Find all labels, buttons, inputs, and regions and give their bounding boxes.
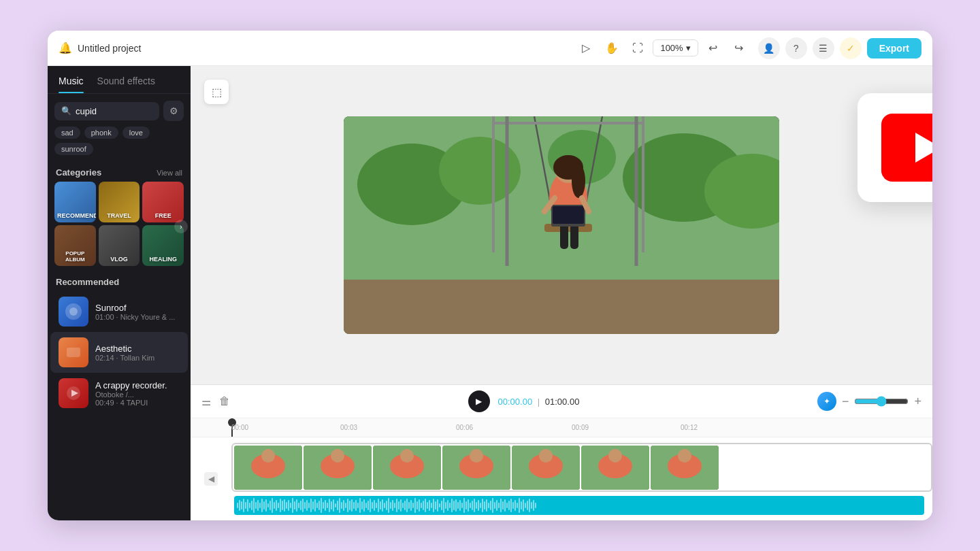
category-vlog[interactable]: VLOG (99, 225, 140, 266)
time-display: 00:00.00 | 01:00.00 (498, 397, 580, 407)
frame-select-button[interactable]: ⬚ (204, 80, 229, 104)
tracks-content (231, 443, 932, 515)
frame-thumb-3 (373, 446, 441, 490)
toolbar-center: ▷ ✋ ⛶ 100% ▾ ↩ ↪ (575, 37, 749, 59)
tag-sad[interactable]: sad (54, 127, 80, 139)
tag-sunroof[interactable]: sunroof (54, 143, 93, 155)
frame-thumb-1 (234, 446, 302, 490)
audio-track-row (231, 496, 932, 515)
categories-next-button[interactable]: › (174, 220, 188, 233)
music-thumb-sunroof (59, 297, 88, 327)
ruler-mark-1: 00:03 (340, 424, 357, 431)
chevron-down-icon: ▾ (686, 43, 691, 53)
cursor-tool-button[interactable]: ▷ (575, 37, 597, 59)
tab-music[interactable]: Music (59, 76, 84, 93)
search-input-wrap: 🔍 (54, 102, 159, 120)
time-separator: | (538, 397, 540, 407)
center-area: ⬚ (191, 66, 932, 520)
music-thumb-crappy (59, 378, 88, 408)
music-submeta-crappy: 00:49 · 4 TAPUI (95, 399, 180, 407)
tab-row: Music Sound effects (48, 66, 191, 94)
music-info-crappy: A crappy recorder. Otoboke /... 00:49 · … (95, 380, 180, 407)
shield-icon[interactable]: ✓ (840, 37, 862, 59)
youtube-play-icon (915, 133, 932, 163)
timeline-ruler: 00:00 00:03 00:06 00:09 00:12 (191, 418, 932, 437)
category-popup-album[interactable]: POPUP ALBUM (54, 225, 96, 266)
export-button[interactable]: Export (867, 38, 921, 59)
recommended-section: Recommended Sunroof 01:00 · Nicky Youre … (48, 271, 191, 520)
svg-rect-25 (553, 206, 584, 224)
filter-button[interactable]: ⚙ (163, 101, 184, 121)
frame-thumb-6 (581, 446, 649, 490)
help-icon[interactable]: ? (785, 37, 807, 59)
body-area: Music Sound effects 🔍 ⚙ sad phonk love s… (48, 66, 932, 520)
current-time: 00:00.00 (498, 397, 533, 407)
category-free[interactable]: FREE (142, 182, 184, 222)
toolbar-right: 👤 ? ☰ ✓ Export (758, 37, 921, 59)
svg-rect-2 (67, 348, 80, 357)
track-collapse-button[interactable]: ◀ (204, 472, 218, 486)
recommended-header: Recommended (48, 271, 191, 291)
main-container: 🔔 Untitled project ▷ ✋ ⛶ 100% ▾ ↩ ↪ 👤 ? … (48, 31, 932, 520)
svg-point-38 (400, 449, 414, 463)
tags-row: sad phonk love sunroof (48, 127, 191, 162)
svg-point-44 (539, 449, 553, 463)
tag-love[interactable]: love (122, 127, 150, 139)
split-icon[interactable]: ⚌ (201, 395, 211, 408)
youtube-overlay (858, 93, 932, 202)
ruler-mark-3: 00:09 (572, 424, 589, 431)
svg-point-47 (608, 449, 622, 463)
music-info-aesthetic: Aesthetic 02:14 · Tollan Kim (95, 344, 180, 362)
youtube-logo (881, 114, 932, 182)
svg-rect-11 (344, 280, 779, 334)
tag-phonk[interactable]: phonk (84, 127, 118, 139)
canvas-area: ⬚ (191, 66, 932, 384)
left-panel: Music Sound effects 🔍 ⚙ sad phonk love s… (48, 66, 191, 520)
category-travel[interactable]: TRAVEL (99, 182, 140, 222)
zoom-in-button[interactable]: + (914, 395, 921, 409)
crop-tool-button[interactable]: ⛶ (627, 37, 649, 59)
tab-sound-effects[interactable]: Sound effects (97, 76, 155, 93)
music-meta-crappy: Otoboke /... (95, 390, 180, 399)
total-time: 01:00.00 (545, 397, 580, 407)
playback-right: ✦ − + (817, 392, 921, 411)
notification-icon: 🔔 (59, 41, 72, 54)
music-item-aesthetic[interactable]: Aesthetic 02:14 · Tollan Kim (50, 332, 188, 373)
ruler-mark-0: 00:00 (231, 424, 248, 431)
music-name-crappy: A crappy recorder. (95, 380, 180, 390)
search-input[interactable] (76, 106, 152, 116)
timeline-section: ⚌ 🗑 ▶ 00:00.00 | 01:00.00 ✦ − (191, 384, 932, 520)
audio-waveform (234, 496, 924, 515)
redo-button[interactable]: ↪ (728, 37, 750, 59)
zoom-out-button[interactable]: − (842, 395, 849, 409)
categories-grid: RECOMMEND TRAVEL FREE POPUP ALBUM VLOG H… (48, 182, 191, 271)
video-track-frames (233, 444, 931, 490)
search-row: 🔍 ⚙ (48, 94, 191, 127)
playback-center: ▶ 00:00.00 | 01:00.00 (468, 390, 580, 412)
ai-button[interactable]: ✦ (817, 392, 836, 411)
category-recommend[interactable]: RECOMMEND (54, 182, 96, 222)
music-thumb-aesthetic (59, 337, 88, 367)
music-item-crappy[interactable]: A crappy recorder. Otoboke /... 00:49 · … (50, 373, 188, 414)
view-all-link[interactable]: View all (157, 169, 182, 177)
user-icon[interactable]: 👤 (758, 37, 780, 59)
music-item-sunroof[interactable]: Sunroof 01:00 · Nicky Youre & ... (50, 291, 188, 332)
music-meta-sunroof: 01:00 · Nicky Youre & ... (95, 313, 180, 321)
video-preview (344, 116, 779, 334)
play-button[interactable]: ▶ (468, 390, 490, 412)
playback-left: ⚌ 🗑 (201, 395, 230, 408)
undo-button[interactable]: ↩ (702, 37, 724, 59)
categories-title: Categories (56, 167, 101, 178)
delete-icon[interactable]: 🗑 (219, 395, 230, 407)
project-title: Untitled project (78, 43, 141, 54)
svg-point-50 (678, 449, 691, 463)
audio-track[interactable] (234, 496, 924, 515)
frame-thumb-2 (304, 446, 372, 490)
zoom-selector[interactable]: 100% ▾ (653, 39, 698, 56)
settings-icon[interactable]: ☰ (813, 37, 834, 59)
zoom-slider[interactable] (854, 396, 909, 407)
timeline-tracks: ◀ (191, 437, 932, 520)
track-controls: ◀ (191, 443, 231, 515)
hand-tool-button[interactable]: ✋ (601, 37, 623, 59)
video-track (231, 443, 932, 492)
